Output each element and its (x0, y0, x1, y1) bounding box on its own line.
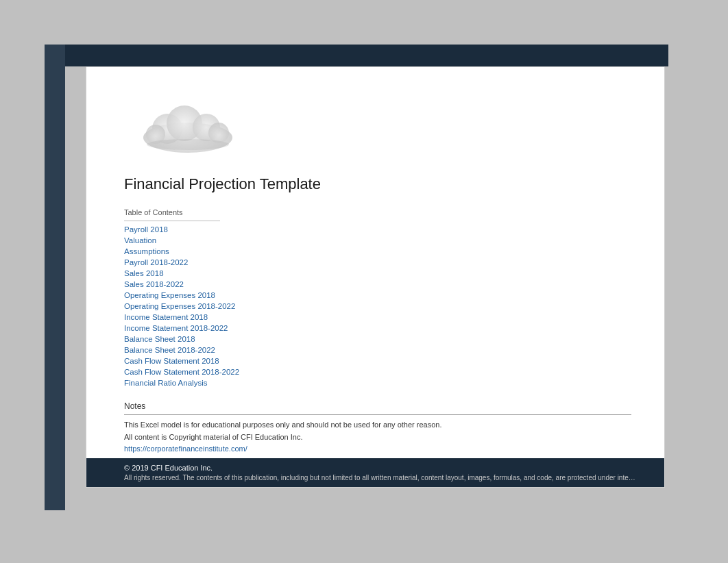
document-title: Financial Projection Template (124, 175, 637, 193)
taskbar-area (0, 518, 728, 563)
left-sidebar (45, 45, 65, 510)
toc-link[interactable]: Income Statement 2018 (124, 313, 208, 321)
toc-link[interactable]: Payroll 2018-2022 (124, 258, 188, 266)
toc-link[interactable]: Balance Sheet 2018 (124, 335, 195, 343)
toc-item: Operating Expenses 2018-2022 (124, 301, 637, 311)
toc-link[interactable]: Financial Ratio Analysis (124, 379, 207, 387)
toc-link[interactable]: Income Statement 2018-2022 (124, 324, 228, 332)
toc-item: Payroll 2018-2022 (124, 257, 637, 267)
toc-item: Sales 2018-2022 (124, 279, 637, 289)
footer-copyright: © 2019 CFI Education Inc. (124, 464, 637, 472)
toc-link[interactable]: Cash Flow Statement 2018 (124, 357, 219, 365)
svg-point-6 (147, 139, 229, 150)
toc-item: Assumptions (124, 246, 637, 256)
toc-item: Financial Ratio Analysis (124, 377, 637, 388)
logo-cloud (130, 93, 246, 158)
notes-link[interactable]: https://corporatefinanceinstitute.com/ (124, 445, 247, 453)
toc-item: Cash Flow Statement 2018-2022 (124, 366, 637, 377)
toc-item: Income Statement 2018 (124, 312, 637, 322)
document-inner: Financial Projection Template Table of C… (86, 67, 664, 467)
toc-label: Table of Contents (124, 208, 637, 216)
notes-divider (124, 414, 631, 415)
toc-divider (124, 221, 220, 221)
footer-rights: All rights reserved. The contents of thi… (124, 474, 637, 481)
doc-footer: © 2019 CFI Education Inc. All rights res… (86, 458, 664, 487)
toc-link[interactable]: Cash Flow Statement 2018-2022 (124, 368, 239, 376)
notes-label: Notes (124, 401, 637, 411)
toc-list: Payroll 2018ValuationAssumptionsPayroll … (124, 224, 637, 388)
toc-item: Sales 2018 (124, 268, 637, 278)
document: Financial Projection Template Table of C… (86, 66, 665, 488)
logo-container (124, 88, 251, 163)
notes-line1: This Excel model is for educational purp… (124, 419, 637, 431)
outer-wrapper: Financial Projection Template Table of C… (0, 0, 728, 563)
toc-item: Balance Sheet 2018 (124, 334, 637, 344)
toc-link[interactable]: Sales 2018 (124, 269, 164, 277)
toc-item: Income Statement 2018-2022 (124, 323, 637, 333)
toc-link[interactable]: Sales 2018-2022 (124, 280, 184, 288)
toc-link[interactable]: Operating Expenses 2018 (124, 291, 215, 299)
notes-section: Notes This Excel model is for educationa… (124, 401, 637, 453)
toc-link[interactable]: Balance Sheet 2018-2022 (124, 346, 215, 354)
toc-item: Balance Sheet 2018-2022 (124, 345, 637, 355)
toc-link[interactable]: Assumptions (124, 247, 169, 255)
notes-line2: All content is Copyright material of CFI… (124, 431, 637, 444)
toc-item: Cash Flow Statement 2018 (124, 355, 637, 366)
toc-item: Operating Expenses 2018 (124, 290, 637, 300)
toc-item: Payroll 2018 (124, 224, 637, 234)
toc-link[interactable]: Valuation (124, 236, 156, 245)
toc-link[interactable]: Payroll 2018 (124, 225, 168, 234)
top-bar (65, 45, 668, 66)
toc-section: Table of Contents Payroll 2018ValuationA… (124, 208, 637, 388)
toc-link[interactable]: Operating Expenses 2018-2022 (124, 302, 235, 310)
toc-item: Valuation (124, 235, 637, 245)
